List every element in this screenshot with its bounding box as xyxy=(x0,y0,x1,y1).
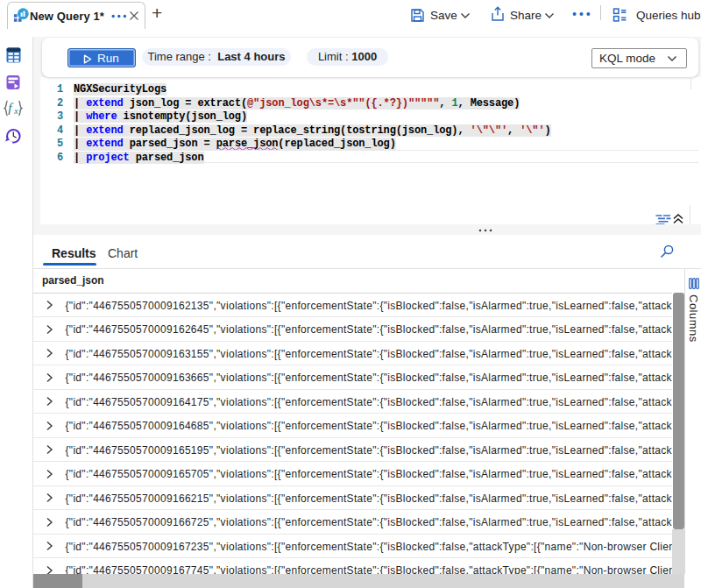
svg-text:x: x xyxy=(13,106,18,116)
svg-text:f: f xyxy=(8,100,14,115)
